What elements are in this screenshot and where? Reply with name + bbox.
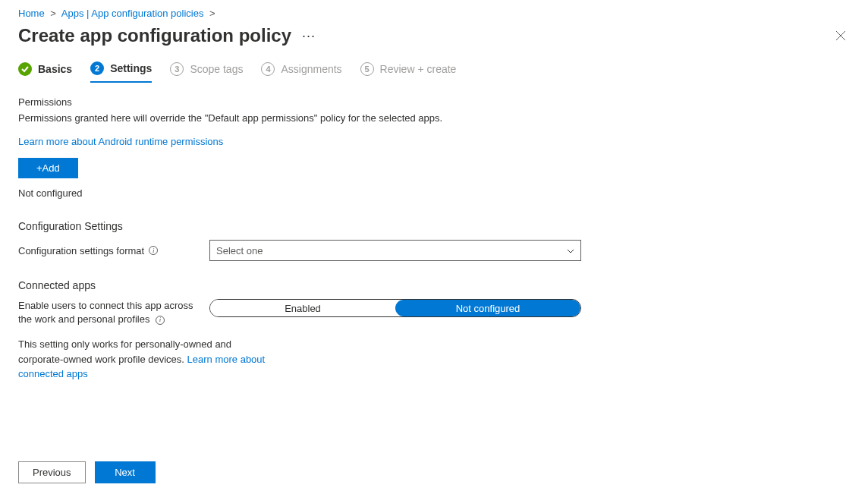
permissions-desc: Permissions granted here will override t… xyxy=(18,112,850,124)
wizard-tabs: Basics 2 Settings 3 Scope tags 4 Assignm… xyxy=(0,61,868,83)
breadcrumb-sep: > xyxy=(50,8,56,19)
toggle-enabled-option[interactable]: Enabled xyxy=(210,300,395,316)
connected-toggle-row: Enable users to connect this app across … xyxy=(18,299,850,326)
info-icon[interactable]: i xyxy=(149,246,158,255)
breadcrumb: Home > Apps | App configuration policies… xyxy=(0,0,868,20)
config-heading: Configuration Settings xyxy=(18,220,850,232)
tab-review-create[interactable]: 5 Review + create xyxy=(360,61,457,83)
add-button[interactable]: +Add xyxy=(18,158,78,178)
tab-assignments[interactable]: 4 Assignments xyxy=(261,61,341,83)
close-button[interactable] xyxy=(832,27,850,45)
next-button[interactable]: Next xyxy=(95,461,156,483)
permissions-learn-link[interactable]: Learn more about Android runtime permiss… xyxy=(18,136,223,147)
connected-toggle-text: Enable users to connect this app across … xyxy=(18,300,193,325)
connected-apps-toggle[interactable]: Enabled Not configured xyxy=(209,299,581,317)
config-format-label-text: Configuration settings format xyxy=(18,245,144,256)
tab-settings[interactable]: 2 Settings xyxy=(90,61,152,83)
breadcrumb-apps[interactable]: Apps | App configuration policies xyxy=(61,8,204,19)
tab-label: Scope tags xyxy=(190,63,243,75)
footer: Previous Next xyxy=(0,451,868,494)
tab-label: Settings xyxy=(110,62,152,74)
tab-label: Basics xyxy=(38,63,72,75)
chevron-down-icon xyxy=(567,246,574,255)
tab-label: Review + create xyxy=(380,63,457,75)
step-number-icon: 3 xyxy=(170,62,184,76)
info-icon[interactable]: i xyxy=(156,316,165,325)
toggle-not-configured-option[interactable]: Not configured xyxy=(395,300,580,316)
permissions-heading: Permissions xyxy=(18,96,850,108)
page-header: Create app configuration policy ··· xyxy=(0,20,868,61)
content-area: Permissions Permissions granted here wil… xyxy=(0,96,868,382)
tab-basics[interactable]: Basics xyxy=(18,61,72,83)
more-actions-icon[interactable]: ··· xyxy=(302,28,316,44)
close-icon xyxy=(835,30,846,41)
permissions-status: Not configured xyxy=(18,187,850,199)
breadcrumb-home[interactable]: Home xyxy=(18,8,45,19)
step-number-icon: 5 xyxy=(360,62,374,76)
connected-note: This setting only works for personally-o… xyxy=(18,337,269,382)
check-icon xyxy=(18,62,32,76)
step-number-icon: 2 xyxy=(90,61,104,75)
step-number-icon: 4 xyxy=(261,62,275,76)
config-format-label: Configuration settings format i xyxy=(18,245,209,256)
tab-label: Assignments xyxy=(281,63,341,75)
config-format-row: Configuration settings format i Select o… xyxy=(18,240,850,261)
tab-scope-tags[interactable]: 3 Scope tags xyxy=(170,61,243,83)
breadcrumb-sep: > xyxy=(209,8,215,19)
page-title: Create app configuration policy xyxy=(18,25,291,46)
connected-heading: Connected apps xyxy=(18,279,850,291)
connected-toggle-label: Enable users to connect this app across … xyxy=(18,299,209,326)
config-format-select[interactable]: Select one xyxy=(209,240,581,261)
select-placeholder: Select one xyxy=(216,245,263,256)
previous-button[interactable]: Previous xyxy=(18,461,86,483)
